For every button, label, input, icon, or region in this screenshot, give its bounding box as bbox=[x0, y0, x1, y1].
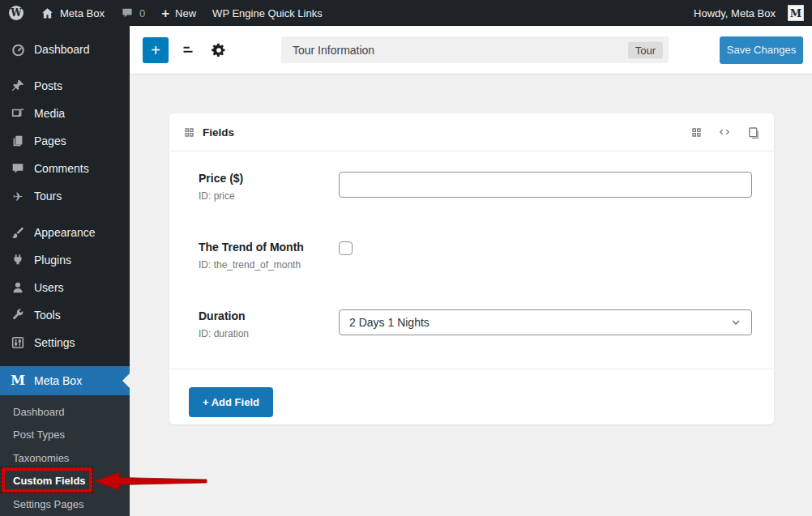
panel-title: Fields bbox=[203, 126, 234, 139]
settings-icon bbox=[10, 335, 26, 351]
gear-icon[interactable] bbox=[209, 41, 229, 60]
sidebar-item-tours[interactable]: ✈ Tours bbox=[0, 182, 130, 210]
user-icon bbox=[10, 279, 26, 296]
duration-select[interactable]: 2 Days 1 Nights bbox=[339, 309, 752, 335]
main-content: + Tour Save Changes Fields bbox=[130, 26, 812, 516]
metabox-icon: M bbox=[10, 373, 26, 389]
field-group-title-input[interactable] bbox=[281, 36, 669, 63]
fields-panel: Fields Price ($) ID: price bbox=[169, 113, 774, 424]
pages-icon bbox=[10, 133, 26, 149]
sidebar-item-label: Posts bbox=[34, 79, 62, 92]
menu-separator bbox=[0, 63, 130, 72]
new-label: New bbox=[175, 7, 196, 19]
grid-view-icon[interactable] bbox=[689, 125, 703, 139]
submenu-item-taxonomies[interactable]: Taxonomies bbox=[0, 446, 130, 470]
grid-handle-icon[interactable] bbox=[183, 126, 195, 139]
sidebar-item-posts[interactable]: Posts bbox=[0, 72, 130, 100]
site-name-link[interactable]: Meta Box bbox=[32, 0, 113, 26]
duplicate-icon[interactable] bbox=[746, 125, 760, 139]
sidebar-item-users[interactable]: Users bbox=[0, 274, 130, 301]
submenu-item-post-types[interactable]: Post Types bbox=[0, 424, 130, 447]
home-icon bbox=[41, 6, 54, 20]
plugin-icon bbox=[10, 252, 26, 268]
sidebar-item-label: Users bbox=[34, 281, 64, 294]
sidebar-item-label: Meta Box bbox=[34, 374, 82, 387]
sidebar-item-pages[interactable]: Pages bbox=[0, 127, 130, 155]
sidebar-item-label: Dashboard bbox=[34, 43, 90, 56]
wp-engine-quick-links[interactable]: WP Engine Quick Links bbox=[204, 0, 331, 26]
builder-toolbar: + Tour Save Changes bbox=[130, 26, 812, 75]
sidebar-item-label: Media bbox=[34, 107, 65, 120]
sidebar-item-label: Settings bbox=[34, 336, 75, 349]
wrench-icon bbox=[10, 307, 26, 323]
add-field-button[interactable]: + Add Field bbox=[189, 387, 273, 417]
sidebar-item-settings[interactable]: Settings bbox=[0, 329, 130, 356]
sidebar-item-comments[interactable]: Comments bbox=[0, 155, 130, 182]
site-name-label: Meta Box bbox=[60, 7, 105, 19]
sidebar-item-tools[interactable]: Tools bbox=[0, 301, 130, 329]
avatar: M bbox=[788, 5, 804, 21]
field-label: The Trend of Month bbox=[199, 241, 339, 254]
chevron-down-icon bbox=[730, 317, 741, 328]
duration-select-value: 2 Days 1 Nights bbox=[349, 316, 430, 329]
field-row-duration: Duration ID: duration 2 Days 1 Nights bbox=[169, 289, 774, 358]
meta-box-submenu: Dashboard Post Types Taxonomies Custom F… bbox=[0, 395, 130, 516]
field-id: ID: the_trend_of_month bbox=[199, 259, 339, 271]
sidebar-item-meta-box[interactable]: M Meta Box bbox=[0, 366, 130, 395]
list-view-icon[interactable] bbox=[178, 41, 198, 60]
add-block-button[interactable]: + bbox=[143, 37, 169, 63]
my-account-menu[interactable]: Howdy, Meta Box M bbox=[686, 0, 804, 26]
dashboard-icon bbox=[10, 41, 26, 58]
svg-text:W: W bbox=[10, 7, 22, 19]
price-input[interactable] bbox=[339, 172, 752, 198]
code-view-icon[interactable] bbox=[717, 125, 732, 139]
sidebar-item-label: Comments bbox=[34, 162, 89, 175]
sidebar-item-label: Tools bbox=[34, 309, 61, 322]
save-changes-button[interactable]: Save Changes bbox=[720, 36, 803, 64]
plus-icon: + bbox=[161, 6, 169, 20]
sidebar-item-label: Plugins bbox=[34, 254, 71, 267]
fields-panel-footer: + Add Field bbox=[169, 369, 774, 417]
field-row-price: Price ($) ID: price bbox=[169, 151, 774, 220]
comment-icon bbox=[10, 160, 26, 177]
sidebar-item-dashboard[interactable]: Dashboard bbox=[0, 36, 130, 63]
fields-panel-header: Fields bbox=[169, 113, 774, 151]
menu-separator bbox=[0, 210, 130, 219]
comment-bubble-icon bbox=[121, 6, 134, 19]
sidebar-item-media[interactable]: Media bbox=[0, 100, 130, 127]
wp-logo-menu[interactable]: W bbox=[0, 0, 32, 26]
field-id: ID: price bbox=[199, 190, 339, 202]
airplane-icon: ✈ bbox=[10, 188, 26, 204]
admin-bar: W Meta Box 0 + New WP Engine Quick Links… bbox=[0, 0, 812, 26]
brush-icon bbox=[10, 224, 26, 241]
trend-checkbox[interactable] bbox=[339, 241, 353, 255]
field-row-trend: The Trend of Month ID: the_trend_of_mont… bbox=[169, 220, 774, 289]
submenu-item-custom-fields[interactable]: Custom Fields bbox=[0, 470, 130, 493]
field-id: ID: duration bbox=[199, 328, 339, 339]
pin-icon bbox=[10, 78, 26, 94]
howdy-label: Howdy, Meta Box bbox=[694, 7, 776, 19]
sidebar-item-label: Pages bbox=[34, 134, 66, 147]
menu-separator bbox=[0, 356, 130, 366]
comments-count: 0 bbox=[139, 7, 145, 19]
wordpress-logo-icon: W bbox=[8, 5, 24, 21]
media-icon bbox=[10, 105, 26, 122]
field-label: Price ($) bbox=[199, 172, 339, 185]
post-type-badge: Tour bbox=[628, 41, 663, 58]
new-content-menu[interactable]: + New bbox=[153, 0, 204, 26]
comments-shortcut[interactable]: 0 bbox=[113, 0, 153, 26]
sidebar-item-plugins[interactable]: Plugins bbox=[0, 246, 130, 274]
submenu-item-settings-pages[interactable]: Settings Pages bbox=[0, 493, 130, 516]
sidebar-item-appearance[interactable]: Appearance bbox=[0, 219, 130, 246]
sidebar-item-label: Appearance bbox=[34, 226, 96, 239]
submenu-item-dashboard[interactable]: Dashboard bbox=[0, 400, 130, 424]
sidebar-item-label: Tours bbox=[34, 190, 62, 203]
quick-links-label: WP Engine Quick Links bbox=[212, 7, 323, 19]
admin-menu: Dashboard Posts Media Pages Comments ✈ T… bbox=[0, 26, 130, 516]
field-label: Duration bbox=[199, 309, 339, 322]
